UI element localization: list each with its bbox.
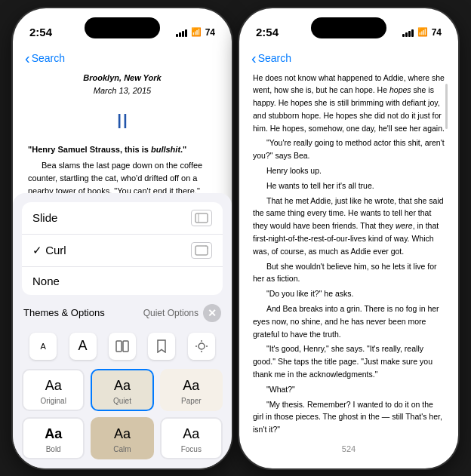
brightness-button[interactable] [188, 333, 215, 360]
theme-calm[interactable]: Aa Calm [91, 417, 153, 459]
slide-options-panel: Slide ✓ Curl None [22, 202, 223, 295]
chapter-number: II [28, 105, 217, 137]
font-large-button[interactable]: A [69, 333, 97, 360]
scroll-indicator[interactable] [445, 84, 448, 129]
time-right: 2:54 [256, 26, 279, 38]
theme-paper-aa: Aa [183, 378, 199, 394]
svg-rect-2 [195, 246, 208, 255]
font-size-row: A A [13, 328, 232, 366]
overlay-panel: Slide ✓ Curl None Themes [13, 193, 232, 468]
status-icons-left: 📶 74 [176, 27, 215, 38]
slide-icon [191, 210, 212, 226]
theme-quiet[interactable]: Aa Quiet [91, 369, 153, 411]
themes-sub-row: Quiet Options ✕ [143, 304, 221, 322]
svg-point-5 [199, 343, 205, 349]
theme-quiet-aa: Aa [114, 378, 131, 394]
slide-option-slide[interactable]: Slide [22, 202, 223, 235]
bookmark-button[interactable] [148, 333, 175, 360]
wifi-icon-right: 📶 [417, 27, 428, 37]
themes-header: Themes & Options Quiet Options ✕ [13, 301, 232, 328]
close-button[interactable]: ✕ [203, 304, 221, 322]
battery-left: 74 [205, 27, 215, 38]
theme-calm-aa: Aa [114, 426, 131, 442]
themes-grid: Aa Original Aa Quiet Aa Paper Aa Bold Aa [13, 366, 232, 468]
phones-container: 2:54 📶 74 Search Brooklyn, New York Marc… [0, 0, 471, 476]
slide-option-none[interactable]: None [22, 267, 223, 295]
theme-focus[interactable]: Aa Focus [160, 417, 223, 459]
dynamic-island-right [311, 17, 386, 38]
book-date: March 13, 2015 [28, 84, 217, 97]
svg-rect-4 [123, 341, 128, 352]
theme-original-aa: Aa [45, 378, 62, 394]
theme-calm-name: Calm [113, 445, 131, 453]
theme-focus-aa: Aa [183, 426, 199, 442]
left-phone: 2:54 📶 74 Search Brooklyn, New York Marc… [13, 8, 232, 468]
battery-right: 74 [432, 27, 442, 38]
theme-original[interactable]: Aa Original [22, 369, 85, 411]
book-location: Brooklyn, New York [28, 72, 217, 84]
curl-icon [191, 242, 212, 259]
theme-paper-name: Paper [181, 397, 202, 405]
back-button-left[interactable]: Search [25, 51, 65, 66]
theme-original-name: Original [40, 397, 66, 405]
quiet-options-label: Quiet Options [143, 308, 199, 318]
theme-bold[interactable]: Aa Bold [22, 417, 85, 459]
nav-bar-right[interactable]: Search [239, 48, 458, 72]
svg-rect-3 [116, 341, 122, 352]
book-content-right: He does not know what happened to Addie,… [239, 72, 458, 441]
signal-icon-right [402, 28, 414, 37]
status-icons-right: 📶 74 [402, 27, 442, 38]
themes-title: Themes & Options [23, 307, 105, 318]
signal-icon [176, 28, 187, 37]
theme-quiet-name: Quiet [113, 397, 131, 405]
theme-bold-aa: Aa [45, 426, 62, 442]
right-phone: 2:54 📶 74 Search He does not know what h… [239, 8, 458, 468]
wifi-icon: 📶 [191, 27, 202, 37]
time-left: 2:54 [29, 26, 52, 38]
font-small-button[interactable]: A [29, 333, 57, 360]
slide-option-curl[interactable]: ✓ Curl [22, 235, 223, 267]
dynamic-island [85, 17, 160, 38]
columns-button[interactable] [109, 333, 136, 360]
theme-focus-name: Focus [181, 445, 202, 453]
back-button-right[interactable]: Search [251, 51, 291, 66]
nav-bar-left[interactable]: Search [13, 48, 232, 72]
theme-bold-name: Bold [46, 445, 61, 453]
book-header: Brooklyn, New York March 13, 2015 [28, 72, 217, 97]
svg-rect-0 [195, 213, 208, 223]
page-number: 524 [239, 441, 458, 456]
theme-paper[interactable]: Aa Paper [160, 369, 223, 411]
